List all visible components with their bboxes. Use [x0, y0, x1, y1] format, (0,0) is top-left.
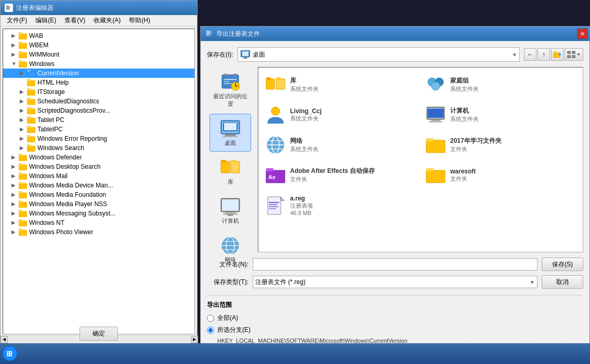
svg-rect-118: [426, 168, 434, 171]
tree-item-scripteddiag[interactable]: ▶ ScriptedDiagnosticsProv...: [3, 106, 194, 115]
tree-item-mail[interactable]: ▶ Windows Mail: [3, 171, 194, 181]
tree-arrow: ▶: [11, 33, 18, 39]
network-file-icon: [265, 134, 286, 155]
file-browser: 库 系统文件夹 家庭组 系统文件夹: [258, 67, 583, 252]
svg-rect-56: [242, 51, 248, 56]
location-dropdown[interactable]: 桌面 ▼: [238, 47, 520, 62]
tree-item-mediaman[interactable]: ▶ Windows Media Device Man...: [3, 181, 194, 190]
location-label: 保存在(I):: [207, 50, 233, 59]
tree-item-mediafoundation[interactable]: ▶ Windows Media Foundation: [3, 190, 194, 199]
radio-all[interactable]: [207, 315, 214, 322]
tree-item-itstorage[interactable]: ▶ ITStorage: [3, 87, 194, 97]
file-item-2017[interactable]: 2017年学习文件夹 文件夹: [423, 132, 579, 158]
svg-rect-34: [19, 163, 22, 165]
tree-arrow: ▶: [11, 51, 18, 58]
filetype-select[interactable]: 注册表文件 (*.reg) ▼: [253, 276, 537, 288]
menu-help[interactable]: 帮助(H): [125, 15, 154, 26]
svg-rect-80: [221, 161, 230, 173]
svg-text:Ae: Ae: [268, 174, 276, 180]
tree-item-wbem[interactable]: ▶ WBEM: [3, 41, 194, 50]
file-item-user[interactable]: Living_Ccj 系统文件夹: [263, 102, 418, 128]
folder-icon: [27, 79, 35, 86]
svg-rect-104: [431, 119, 440, 121]
file-item-library[interactable]: 库 系统文件夹: [263, 72, 418, 98]
tree-item-currentversion[interactable]: ▶ CurrentVersion: [3, 69, 194, 78]
sidebar-recent[interactable]: 最近访问的位置: [209, 67, 251, 113]
filename-input[interactable]: [253, 258, 537, 271]
svg-rect-50: [206, 31, 209, 31]
svg-rect-16: [27, 79, 31, 81]
svg-rect-119: [268, 197, 281, 214]
reg-file-icon: [265, 195, 286, 216]
file-item-waresoft[interactable]: waresoft 文件夹: [423, 162, 579, 188]
svg-rect-95: [276, 79, 285, 89]
confirm-button[interactable]: 确定: [80, 327, 118, 341]
svg-rect-48: [19, 228, 22, 231]
menu-file[interactable]: 文件(F): [3, 15, 31, 26]
svg-rect-9: [19, 52, 27, 58]
file-item-ae[interactable]: Ae Adobe After Effects 自动保存 文件夹: [263, 162, 418, 188]
svg-rect-46: [19, 219, 22, 221]
folder-waresoft-icon: [425, 165, 446, 185]
cancel-button[interactable]: 取消: [542, 275, 583, 289]
tree-arrow: ▶: [20, 70, 26, 76]
file-area: 最近访问的位置 桌面: [207, 67, 583, 252]
dialog-body: 保存在(I): 桌面 ▼ ← ↑: [201, 41, 589, 358]
tree-item-tabletpc2[interactable]: ▶ TabletPC: [3, 125, 194, 134]
registry-icon: [5, 4, 13, 12]
svg-rect-85: [222, 199, 239, 211]
sidebar-computer-label: 计算机: [222, 217, 239, 225]
save-button[interactable]: 保存(S): [542, 258, 583, 271]
ae-icon: Ae: [265, 165, 286, 185]
svg-rect-79: [224, 123, 237, 130]
svg-rect-65: [567, 55, 571, 58]
view-btn[interactable]: ▼: [565, 48, 583, 61]
sidebar-library[interactable]: 库: [209, 153, 251, 191]
menu-favorites[interactable]: 收藏夹(A): [89, 15, 125, 26]
file-item-areg[interactable]: a.reg 注册表项 46.9 MB: [263, 192, 418, 219]
menu-view[interactable]: 查看(V): [60, 15, 89, 26]
tree-item-defender[interactable]: ▶ Windows Defender: [3, 153, 194, 162]
sidebar-computer[interactable]: 计算机: [209, 192, 251, 230]
tree-item-wimmount[interactable]: ▶ WIMMount: [3, 50, 194, 59]
svg-rect-40: [19, 191, 22, 193]
tree-item-winsearch[interactable]: ▶ Windows Search: [3, 143, 194, 153]
tree-label: Windows NT: [29, 219, 64, 226]
tree-item-wab[interactable]: ▶ WAB: [3, 31, 194, 41]
nav-new-folder-btn[interactable]: [551, 48, 563, 61]
svg-rect-63: [567, 51, 571, 54]
svg-rect-81: [231, 161, 240, 173]
tree-item-scheduleddiag[interactable]: ▶ ScheduledDiagnostics: [3, 97, 194, 106]
tree-item-htmlhelp[interactable]: HTML Help: [3, 78, 194, 87]
file-item-homegroup[interactable]: 家庭组 系统文件夹: [423, 72, 579, 98]
filetype-row: 保存类型(T): 注册表文件 (*.reg) ▼ 取消: [207, 275, 583, 289]
file-item-network[interactable]: 网络 系统文件夹: [263, 132, 418, 158]
file-item-computer[interactable]: 计算机 系统文件夹: [423, 102, 579, 128]
svg-rect-5: [19, 34, 27, 39]
svg-rect-125: [269, 206, 278, 207]
radio-selected[interactable]: [207, 327, 214, 334]
sidebar-desktop[interactable]: 桌面: [209, 114, 251, 152]
tree-arrow: [20, 79, 26, 86]
svg-rect-70: [224, 79, 237, 80]
filename-label: 文件名(N):: [207, 260, 248, 269]
tree-item-windows[interactable]: ▼ Windows: [3, 59, 194, 69]
folder-icon: [19, 219, 27, 226]
start-button[interactable]: ⊞: [2, 346, 18, 361]
tree-item-tabletpc1[interactable]: ▶ Tablet PC: [3, 115, 194, 125]
tree-item-photoviewer[interactable]: ▶ Windows Photo Viewer: [3, 227, 194, 237]
svg-rect-58: [243, 58, 248, 59]
tree-item-mediaplayer[interactable]: ▶ Windows Media Player NSS: [3, 199, 194, 209]
tree-item-messaging[interactable]: ▶ Windows Messaging Subsyst...: [3, 209, 194, 218]
tree-item-nt[interactable]: ▶ Windows NT: [3, 218, 194, 227]
menu-edit[interactable]: 编辑(E): [31, 15, 60, 26]
nav-up-btn[interactable]: ↑: [537, 48, 550, 61]
folder-icon: [27, 70, 35, 77]
bottom-fields: 文件名(N): 保存(S) 保存类型(T): 注册表文件 (*.reg) ▼ 取…: [207, 258, 583, 289]
tree-label: WBEM: [29, 42, 48, 49]
tree-item-desktopsearch[interactable]: ▶ Windows Desktop Search: [3, 162, 194, 171]
nav-back-btn[interactable]: ←: [524, 48, 536, 61]
dialog-close-button[interactable]: ✕: [577, 29, 587, 39]
file-type: 系统文件夹: [450, 115, 576, 123]
tree-item-wer[interactable]: ▶ Windows Error Reporting: [3, 134, 194, 143]
